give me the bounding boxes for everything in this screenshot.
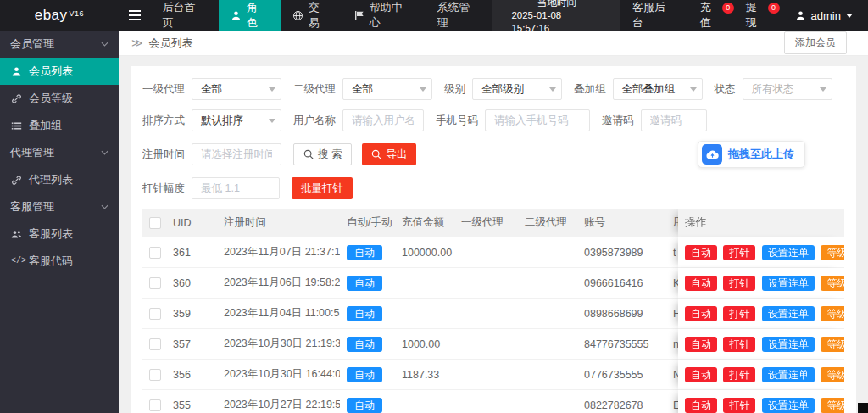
export-icon [371, 149, 381, 159]
auto-button[interactable]: 自动 [685, 245, 717, 260]
phone-input[interactable] [485, 109, 590, 131]
logo-version: V16 [70, 9, 85, 18]
set-chain-button[interactable]: 设置连单 [762, 337, 815, 352]
invite-code-input[interactable] [641, 109, 707, 131]
cell-operation: 自动 打针 设置连单 等级 ... [678, 237, 844, 268]
nav-item-dashboard[interactable]: 后台首页 [151, 0, 219, 31]
table-row: 361 2023年11月07日 21:37:19 自动 100000.00 03… [142, 237, 844, 268]
link-icon [11, 93, 22, 104]
sidebar-group-service-management[interactable]: 客服管理 [0, 193, 119, 220]
sidebar-item-member-list[interactable]: 会员列表 [0, 58, 119, 85]
level-select[interactable]: 全部级别 [472, 78, 562, 100]
auto-button[interactable]: 自动 [685, 367, 717, 382]
recharge-badge: 0 [722, 3, 734, 14]
level-button[interactable]: 等级 [821, 337, 844, 352]
row-checkbox[interactable] [149, 247, 161, 259]
cell-mode: 自动 [340, 329, 395, 360]
user-menu[interactable]: admin [780, 0, 868, 31]
filter-agent2: 二级代理 全部 [293, 78, 432, 100]
sidebar-group-agent-management[interactable]: 代理管理 [0, 139, 119, 166]
filter-row-4: 打针幅度 批量打针 [142, 177, 844, 199]
inject-button[interactable]: 打针 [723, 367, 755, 382]
withdraw-link[interactable]: 提现 0 [734, 0, 780, 31]
cell-agent1 [454, 329, 518, 360]
level-button[interactable]: 等级 [821, 398, 844, 413]
upload-dropzone[interactable]: 拖拽至此上传 [698, 141, 805, 168]
agent2-select[interactable]: 全部 [342, 78, 432, 100]
set-chain-button[interactable]: 设置连单 [762, 367, 815, 382]
cell-account: 0776735555 [577, 360, 666, 390]
inject-button[interactable]: 打针 [723, 245, 755, 260]
nav-item-trade[interactable]: 交易 [281, 0, 342, 31]
reg-time-input[interactable] [192, 143, 281, 165]
cell-operation: 自动 打针 设置连单 等级 ... [678, 390, 844, 413]
stack-group-select[interactable]: 全部叠加组 [613, 78, 703, 100]
row-checkbox[interactable] [149, 338, 161, 350]
select-all-checkbox[interactable] [149, 217, 161, 229]
search-button[interactable]: 搜 索 [293, 143, 352, 165]
inject-button[interactable]: 打针 [723, 337, 755, 352]
header-mode: 自动/手动 [340, 209, 395, 237]
table-row: 360 2023年11月06日 19:58:21 自动 0966616416 K… [142, 268, 844, 299]
sidebar-item-member-level[interactable]: 会员等级 [0, 85, 119, 112]
sidebar-group-member-management[interactable]: 会员管理 [0, 31, 119, 58]
status-select[interactable]: 所有状态 [743, 78, 832, 100]
auto-button[interactable]: 自动 [685, 306, 717, 321]
recharge-link[interactable]: 充值 0 [688, 0, 734, 31]
set-chain-button[interactable]: 设置连单 [762, 276, 815, 291]
sidebar-item-service-code[interactable]: </> 客服代码 [0, 248, 119, 275]
row-checkbox[interactable] [149, 277, 161, 289]
link-icon [11, 175, 22, 186]
service-backend-link[interactable]: 客服后台 [620, 0, 688, 31]
sort-select[interactable]: 默认排序 [192, 109, 281, 131]
set-chain-button[interactable]: 设置连单 [762, 245, 815, 260]
sidebar-item-service-list[interactable]: 客服列表 [0, 220, 119, 248]
level-button[interactable]: 等级 [821, 306, 844, 321]
row-checkbox[interactable] [149, 308, 161, 320]
agent1-select[interactable]: 全部 [192, 78, 281, 100]
header-checkbox-cell [142, 209, 166, 237]
set-chain-button[interactable]: 设置连单 [762, 398, 815, 413]
level-button[interactable]: 等级 [821, 367, 844, 382]
mode-auto-badge: 自动 [347, 276, 382, 291]
filter-level: 级别 全部级别 [444, 78, 562, 100]
sidebar-toggle-button[interactable] [119, 0, 151, 31]
inject-button[interactable]: 打针 [723, 306, 755, 321]
set-chain-button[interactable]: 设置连单 [762, 306, 815, 321]
cell-agent2 [518, 390, 577, 413]
caret-down-icon [846, 14, 853, 18]
add-member-button[interactable]: 添加会员 [784, 31, 847, 54]
export-button[interactable]: 导出 [362, 143, 416, 165]
level-button[interactable]: 等级 [821, 276, 844, 291]
filter-row-1: 一级代理 全部 二级代理 全部 级别 全部级别 [142, 78, 844, 100]
header-recharge-amount: 充值金额 [395, 209, 454, 237]
filter-sort: 排序方式 默认排序 [142, 109, 281, 131]
row-checkbox[interactable] [149, 399, 161, 411]
inject-range-input[interactable] [192, 177, 280, 199]
user-icon [795, 10, 806, 21]
level-button[interactable]: 等级 [821, 245, 844, 260]
row-checkbox[interactable] [149, 369, 161, 381]
cell-recharge-amount [395, 390, 454, 413]
username-input[interactable] [342, 109, 424, 131]
code-icon: </> [11, 256, 22, 267]
auto-button[interactable]: 自动 [685, 276, 717, 291]
sidebar-item-agent-list[interactable]: 代理列表 [0, 166, 119, 193]
filter-invite-code: 邀请码 [602, 109, 707, 131]
auto-button[interactable]: 自动 [685, 337, 717, 352]
batch-inject-button[interactable]: 批量打针 [292, 177, 353, 199]
auto-button[interactable]: 自动 [685, 398, 717, 413]
breadcrumb-separator: ≫ [131, 36, 143, 49]
nav-item-help-center[interactable]: 帮助中心 [342, 0, 426, 31]
scrollbar-corner[interactable] [858, 403, 868, 413]
nav-item-system[interactable]: 系统管理 [426, 0, 493, 31]
mode-auto-badge: 自动 [347, 337, 382, 352]
sidebar-item-stack-group[interactable]: 叠加组 [0, 112, 119, 139]
inject-button[interactable]: 打针 [723, 398, 755, 413]
chevron-down-icon [269, 119, 275, 123]
nav-item-roles[interactable]: 角色 [219, 0, 281, 31]
person-icon [231, 10, 242, 21]
inject-button[interactable]: 打针 [723, 276, 755, 291]
chevron-down-icon [420, 87, 426, 92]
cell-uid: 360 [166, 268, 217, 299]
